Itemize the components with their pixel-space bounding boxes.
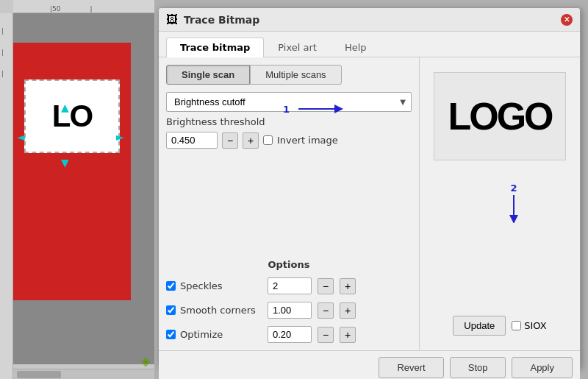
speckles-label: Speckles — [166, 280, 262, 291]
optimize-checkbox[interactable] — [166, 330, 176, 339]
smooth-corners-label: Smooth corners — [166, 305, 262, 316]
dialog-title: Trace Bitmap — [184, 14, 555, 26]
invert-image-checkbox[interactable] — [263, 135, 273, 145]
handle-left: ◄ — [17, 131, 25, 143]
tab-pixel-art[interactable]: Pixel art — [264, 38, 331, 57]
handle-right: ► — [116, 131, 124, 143]
threshold-increase-button[interactable]: + — [243, 132, 259, 149]
tab-help[interactable]: Help — [331, 38, 381, 57]
threshold-label: Brightness threshold — [166, 116, 412, 127]
tabs-bar: Trace bitmap Pixel art Help — [159, 32, 580, 57]
scrollbar-thumb[interactable] — [17, 371, 61, 378]
smooth-corners-decrease-button[interactable]: − — [318, 302, 334, 319]
annotation-2-label: 2 — [510, 183, 517, 194]
spacer — [166, 153, 412, 247]
preview-logo-text: LOGO — [448, 94, 551, 138]
optimize-row: Optimize − + — [166, 326, 412, 343]
canvas-logo-text: LO — [52, 99, 92, 134]
invert-image-label: Invert image — [263, 135, 338, 146]
ruler-top: |50 | — [13, 0, 154, 13]
annotation-1: 1 — [283, 102, 350, 116]
handle-bottom: ▼ — [61, 157, 69, 169]
annotation-1-arrow-icon — [291, 102, 350, 116]
trace-bitmap-dialog: 🖼 Trace Bitmap ✕ Trace bitmap Pixel art … — [158, 7, 581, 368]
logo-canvas-container: LO — [24, 79, 120, 153]
speckles-decrease-button[interactable]: − — [318, 278, 334, 294]
speckles-row: Speckles − + — [166, 277, 412, 294]
dialog-titlebar: 🖼 Trace Bitmap ✕ — [159, 8, 580, 32]
threshold-decrease-button[interactable]: − — [222, 132, 238, 149]
right-panel: LOGO 2 Update SIOX — [420, 57, 580, 350]
ruler-left: | | | — [0, 13, 13, 379]
options-title: Options — [166, 259, 412, 270]
apply-button[interactable]: Apply — [512, 357, 573, 378]
optimize-decrease-button[interactable]: − — [318, 327, 334, 343]
stop-button[interactable]: Stop — [450, 357, 506, 378]
optimize-increase-button[interactable]: + — [340, 327, 356, 343]
smooth-corners-row: Smooth corners − + — [166, 302, 412, 319]
horizontal-scrollbar[interactable] — [13, 369, 154, 379]
threshold-input-row: − + Invert image — [166, 132, 412, 149]
dialog-body: Single scan Multiple scans Brightness cu… — [159, 57, 580, 350]
smooth-corners-increase-button[interactable]: + — [340, 302, 356, 319]
threshold-value-input[interactable] — [166, 132, 218, 149]
speckles-increase-button[interactable]: + — [340, 278, 356, 294]
siox-label: SIOX — [512, 320, 546, 331]
smooth-corners-input[interactable] — [268, 302, 312, 319]
annotation-2: 2 — [506, 183, 521, 223]
smooth-corners-checkbox[interactable] — [166, 305, 176, 315]
speckles-input[interactable] — [268, 277, 312, 294]
annotation-1-label: 1 — [283, 104, 290, 115]
speckles-checkbox[interactable] — [166, 281, 176, 291]
revert-button[interactable]: Revert — [379, 357, 443, 378]
canvas-content: LO ◄ ► ▲ ▼ — [13, 13, 154, 364]
corner-icon: ◈ — [141, 354, 153, 366]
update-button[interactable]: Update — [453, 316, 506, 336]
optimize-label: Optimize — [166, 329, 262, 340]
single-scan-button[interactable]: Single scan — [166, 65, 250, 85]
dialog-icon: 🖼 — [166, 13, 178, 26]
canvas-area: |50 | | | | LO ◄ ► ▲ ▼ ◈ — [0, 0, 154, 379]
close-button[interactable]: ✕ — [561, 14, 573, 26]
preview-area: LOGO — [434, 72, 566, 160]
handle-top: ▲ — [61, 102, 69, 113]
siox-checkbox[interactable] — [512, 321, 521, 330]
scan-buttons-group: Single scan Multiple scans — [166, 65, 412, 85]
optimize-input[interactable] — [268, 326, 312, 343]
annotation-2-arrow-icon — [506, 194, 521, 223]
preview-buttons: Update SIOX — [453, 316, 546, 336]
tab-trace-bitmap[interactable]: Trace bitmap — [166, 38, 264, 57]
dialog-footer: Revert Stop Apply — [159, 350, 580, 379]
multiple-scans-button[interactable]: Multiple scans — [250, 65, 341, 85]
